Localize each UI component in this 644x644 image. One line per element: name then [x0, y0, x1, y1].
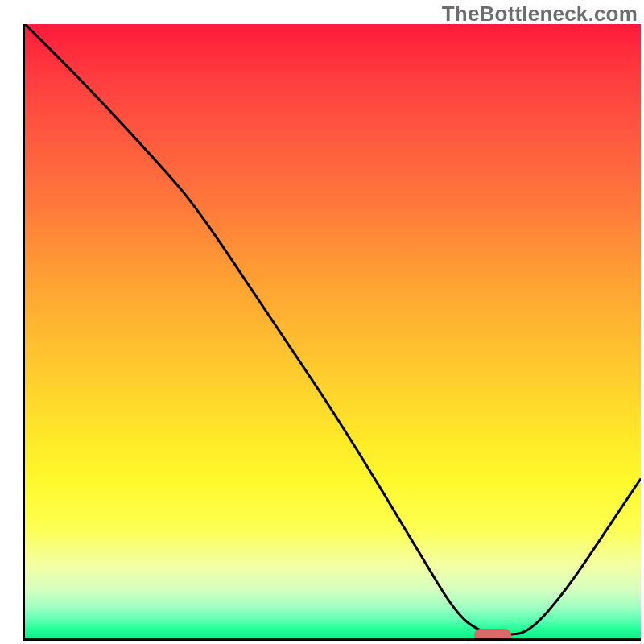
bottleneck-curve [25, 24, 641, 638]
plot-area [23, 24, 641, 641]
chart-frame: TheBottleneck.com [0, 0, 644, 644]
watermark-text: TheBottleneck.com [442, 2, 638, 27]
optimum-marker [474, 629, 511, 641]
curve-path [25, 24, 641, 634]
